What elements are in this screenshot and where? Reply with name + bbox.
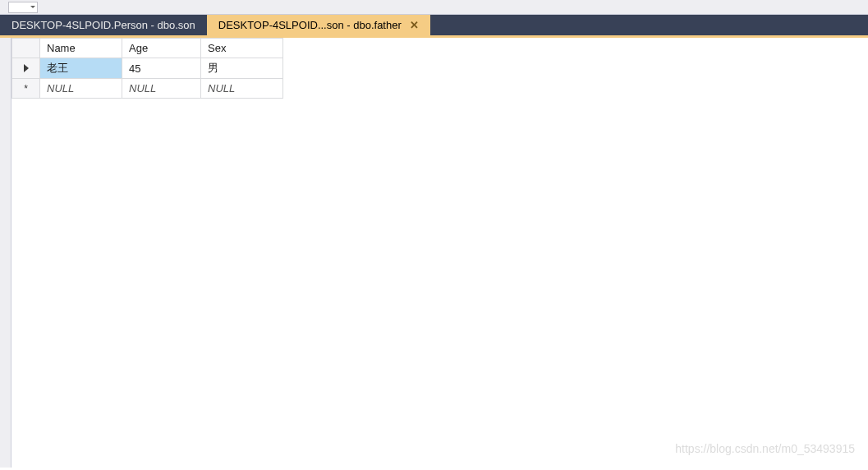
table-row[interactable]: 老王 45 男 xyxy=(12,58,283,79)
cell-name[interactable]: 老王 xyxy=(40,58,122,79)
cell-sex[interactable]: NULL xyxy=(201,79,283,99)
close-icon[interactable]: ✕ xyxy=(410,20,419,30)
data-grid-wrapper: Name Age Sex 老王 45 男 * xyxy=(11,38,283,468)
cell-age[interactable]: NULL xyxy=(122,79,201,99)
column-header-name[interactable]: Name xyxy=(40,39,122,58)
toolbar-fragment xyxy=(0,0,868,15)
row-header-new[interactable]: * xyxy=(12,79,40,99)
cell-age[interactable]: 45 xyxy=(122,58,201,79)
tab-bar: DESKTOP-4SLPOID.Person - dbo.son DESKTOP… xyxy=(0,15,868,38)
left-gutter xyxy=(0,38,11,468)
table-row[interactable]: * NULL NULL NULL xyxy=(12,79,283,99)
cell-name[interactable]: NULL xyxy=(40,79,122,99)
toolbar-dropdown[interactable] xyxy=(8,2,38,13)
row-header-current[interactable] xyxy=(12,58,40,79)
tab-dbo-son[interactable]: DESKTOP-4SLPOID.Person - dbo.son xyxy=(0,15,207,35)
column-header-age[interactable]: Age xyxy=(122,39,201,58)
new-row-icon: * xyxy=(24,83,28,94)
corner-cell[interactable] xyxy=(12,39,40,58)
data-grid[interactable]: Name Age Sex 老王 45 男 * xyxy=(11,38,283,99)
chevron-down-icon xyxy=(30,6,35,8)
table-header-row: Name Age Sex xyxy=(12,39,283,58)
tab-label: DESKTOP-4SLPOID.Person - dbo.son xyxy=(11,19,195,31)
column-header-sex[interactable]: Sex xyxy=(201,39,283,58)
tab-label: DESKTOP-4SLPOID...son - dbo.father xyxy=(218,19,402,31)
current-row-icon xyxy=(24,64,29,72)
tab-dbo-father[interactable]: DESKTOP-4SLPOID...son - dbo.father ✕ xyxy=(207,15,430,35)
cell-sex[interactable]: 男 xyxy=(201,58,283,79)
content-area: Name Age Sex 老王 45 男 * xyxy=(0,38,868,468)
